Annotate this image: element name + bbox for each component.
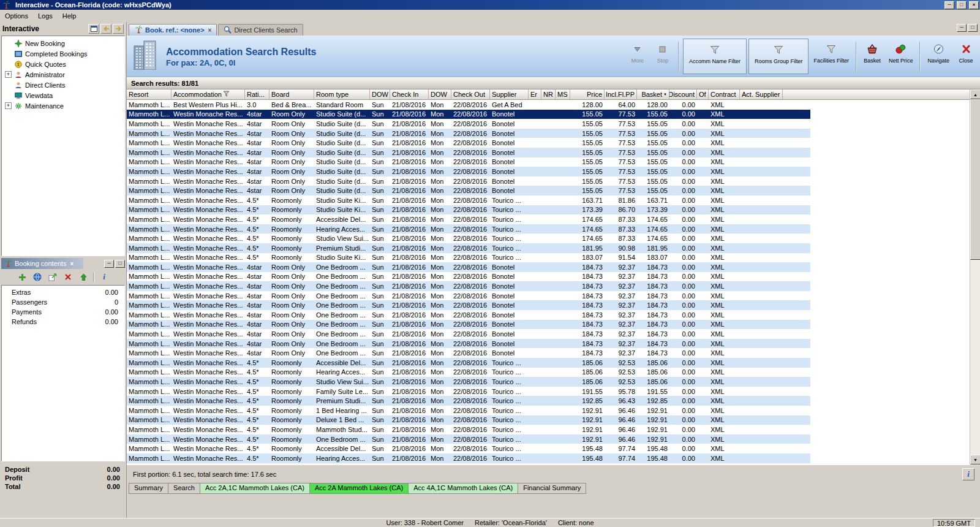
table-row[interactable]: Mammoth L...Westin Monache Res...4starRo… <box>127 272 810 282</box>
booking-contents-row[interactable]: Payments0.00 <box>2 307 124 317</box>
table-row[interactable]: Mammoth L...Westin Monache Res...4.5*Roo… <box>127 453 810 463</box>
sidebar-item-completed-bookings[interactable]: +Completed Bookings <box>2 48 124 59</box>
column-header-price[interactable]: Price <box>570 89 605 100</box>
add-icon[interactable] <box>17 272 28 282</box>
panel-minimize-button[interactable]: ─ <box>104 260 114 268</box>
navigate-button[interactable]: Navigate <box>924 39 952 74</box>
table-row[interactable]: Mammoth L...Westin Monache Res...4starRo… <box>127 110 810 119</box>
table-row[interactable]: Mammoth L...Westin Monache Res...4starRo… <box>127 348 810 358</box>
table-row[interactable]: Mammoth L...Westin Monache Res...4starRo… <box>127 157 810 167</box>
export-icon[interactable] <box>47 272 58 282</box>
column-header-ms[interactable]: MS <box>556 89 570 100</box>
sidebar-item-viewdata[interactable]: +Viewdata <box>2 90 124 100</box>
table-row[interactable]: Mammoth L...Westin Monache Res...4.5*Roo… <box>127 396 810 406</box>
sidebar-item-maintenance[interactable]: +Maintenance <box>2 100 124 111</box>
bottom-tab-search[interactable]: Search <box>168 483 200 494</box>
sidebar-item-administrator[interactable]: +Administrator <box>2 69 124 80</box>
table-row[interactable]: Mammoth L...Westin Monache Res...4starRo… <box>127 329 810 339</box>
table-row[interactable]: Mammoth L...Westin Monache Res...4.5*Roo… <box>127 233 810 243</box>
bottom-tab-acc-2a-1c-mammoth-lakes-ca-[interactable]: Acc 2A,1C Mammoth Lakes (CA) <box>200 483 310 494</box>
column-header-accommodation[interactable]: Accommodation <box>172 89 245 100</box>
column-header-supplier[interactable]: Supplier <box>490 89 529 100</box>
table-row[interactable]: Mammoth L...Westin Monache Res...4.5*Roo… <box>127 224 810 234</box>
column-header-check-in[interactable]: Check In <box>390 89 429 100</box>
bottom-tab-financial-summary[interactable]: Financial Summary <box>518 483 586 494</box>
table-row[interactable]: Mammoth L...Westin Monache Res...4.5*Roo… <box>127 425 810 434</box>
panel-pin-button[interactable] <box>88 24 99 34</box>
column-header-discount[interactable]: Discount <box>669 89 697 100</box>
table-row[interactable]: Mammoth L...Westin Monache Res...4starRo… <box>127 281 810 291</box>
table-row[interactable]: Mammoth L...Westin Monache Res...4starRo… <box>127 176 810 186</box>
table-row[interactable]: Mammoth L...Westin Monache Res...4.5*Roo… <box>127 214 810 224</box>
table-row[interactable]: Mammoth L...Westin Monache Res...4.5*Roo… <box>127 444 810 453</box>
panel-restore-button[interactable]: □ <box>115 260 125 268</box>
bottom-tab-acc-2a-mammoth-lakes-ca-[interactable]: Acc 2A Mammoth Lakes (CA) <box>309 483 409 494</box>
column-header-contract[interactable]: Contract <box>709 89 740 100</box>
table-row[interactable]: Mammoth L...Westin Monache Res...4.5*Roo… <box>127 368 810 377</box>
sidebar-item-direct-clients[interactable]: +Direct Clients <box>2 80 124 90</box>
dock-left-button[interactable] <box>100 24 111 34</box>
scroll-up-button[interactable]: ▲ <box>970 89 980 99</box>
booking-contents-row[interactable]: Passengers0 <box>2 297 124 307</box>
table-row[interactable]: Mammoth L...Westin Monache Res...4starRo… <box>127 320 810 330</box>
close-icon[interactable]: × <box>70 260 74 267</box>
column-header-dow[interactable]: DOW <box>370 89 390 100</box>
tab-booking-ref[interactable]: Book. ref.: <none> × <box>129 24 217 36</box>
rooms-group-filter-button[interactable]: Rooms Group Filter <box>748 39 809 74</box>
table-row[interactable]: Mammoth L...Westin Monache Res...4starRo… <box>127 167 810 176</box>
mdi-minimize-button[interactable]: ─ <box>957 24 967 32</box>
bottom-tab-acc-4a-1c-mammoth-lakes-ca-[interactable]: Acc 4A,1C Mammoth Lakes (CA) <box>408 483 518 494</box>
table-row[interactable]: Mammoth L...Westin Monache Res...4.5*Roo… <box>127 195 810 205</box>
more-button[interactable]: More <box>626 39 649 74</box>
table-row[interactable]: Mammoth L...Westin Monache Res...4.5*Roo… <box>127 253 810 263</box>
close-button[interactable]: × <box>969 1 979 9</box>
info-button[interactable]: i <box>962 468 974 480</box>
table-row[interactable]: Mammoth L...Westin Monache Res...4starRo… <box>127 310 810 320</box>
globe-icon[interactable] <box>32 272 43 282</box>
column-header-rati-[interactable]: Rati... <box>245 89 270 100</box>
table-row[interactable]: Mammoth L...Westin Monache Res...4starRo… <box>127 119 810 129</box>
menu-help[interactable]: Help <box>58 10 81 21</box>
expand-toggle[interactable]: + <box>5 102 12 109</box>
table-row[interactable]: Mammoth L...Westin Monache Res...4starRo… <box>127 339 810 349</box>
vertical-scrollbar[interactable]: ▲ ▼ <box>970 89 980 464</box>
table-row[interactable]: Mammoth L...Westin Monache Res...4.5*Roo… <box>127 434 810 444</box>
scroll-down-button[interactable]: ▼ <box>970 455 980 464</box>
dock-right-button[interactable] <box>113 24 124 34</box>
table-row[interactable]: Mammoth L...Westin Monache Res...4starRo… <box>127 138 810 148</box>
column-header-board[interactable]: Board <box>270 89 314 100</box>
delete-icon[interactable] <box>62 272 74 282</box>
maximize-button[interactable]: □ <box>957 1 967 9</box>
column-header-act-supplier[interactable]: Act. Supplier <box>740 89 783 100</box>
booking-contents-row[interactable]: Refunds0.00 <box>2 317 124 327</box>
column-header-check-out[interactable]: Check Out <box>451 89 490 100</box>
accomm-name-filter-button[interactable]: Accomm Name Filter <box>683 39 747 74</box>
table-row[interactable]: Mammoth L...Best Western Plus Hi...3.0Be… <box>127 100 810 110</box>
stop-button[interactable]: Stop <box>651 39 674 74</box>
table-row[interactable]: Mammoth L...Westin Monache Res...4.5*Roo… <box>127 387 810 396</box>
table-row[interactable]: Mammoth L...Westin Monache Res...4.5*Roo… <box>127 205 810 215</box>
tab-close-icon[interactable]: × <box>208 27 212 34</box>
table-row[interactable]: Mammoth L...Westin Monache Res...4starRo… <box>127 186 810 195</box>
minimize-button[interactable]: ─ <box>944 1 954 9</box>
tab-direct-clients-search[interactable]: Direct Clients Search <box>218 24 303 36</box>
column-header-basket[interactable]: Basket▼ <box>637 89 669 100</box>
mdi-restore-button[interactable]: □ <box>968 24 978 32</box>
table-row[interactable]: Mammoth L...Westin Monache Res...4.5*Roo… <box>127 358 810 368</box>
close-results-button[interactable]: Close <box>954 39 978 74</box>
column-header-nr[interactable]: NR <box>541 89 556 100</box>
info-icon[interactable]: i <box>99 272 110 282</box>
column-header-incl-fl-pp[interactable]: Incl.Fl.PP <box>605 89 637 100</box>
table-row[interactable]: Mammoth L...Westin Monache Res...4.5*Roo… <box>127 415 810 425</box>
table-row[interactable]: Mammoth L...Westin Monache Res...4.5*Roo… <box>127 377 810 387</box>
table-row[interactable]: Mammoth L...Westin Monache Res...4starRo… <box>127 300 810 310</box>
nett-price-button[interactable]: Nett Price <box>886 39 916 74</box>
table-row[interactable]: Mammoth L...Westin Monache Res...4.5*Roo… <box>127 243 810 253</box>
scroll-thumb[interactable] <box>970 99 980 260</box>
bottom-tab-summary[interactable]: Summary <box>129 483 168 494</box>
table-row[interactable]: Mammoth L...Westin Monache Res...4.5*Roo… <box>127 406 810 415</box>
menu-logs[interactable]: Logs <box>33 10 58 21</box>
up-arrow-icon[interactable] <box>78 272 89 282</box>
column-header-er[interactable]: Er <box>529 89 541 100</box>
sidebar-item-new-booking[interactable]: +New Booking <box>2 38 124 48</box>
